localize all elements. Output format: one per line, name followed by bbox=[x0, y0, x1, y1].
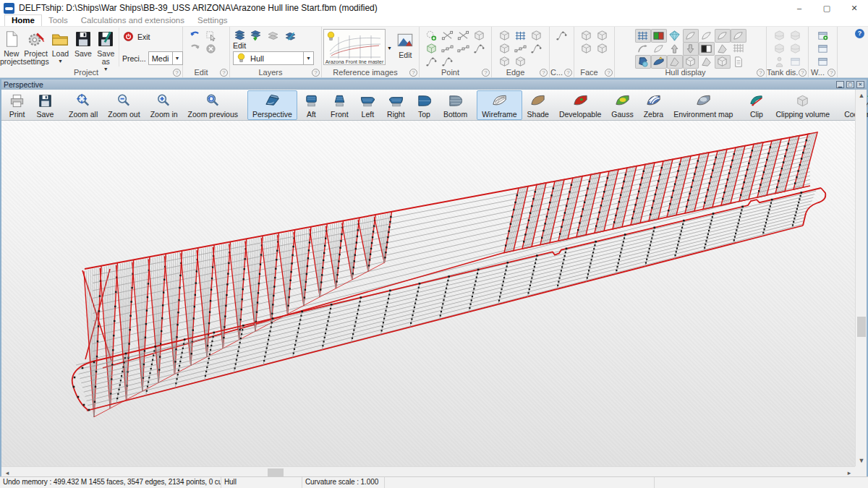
ribbon-hd-arrow-dn-button[interactable] bbox=[683, 42, 699, 56]
ribbon-group-edit-help-icon[interactable]: ? bbox=[220, 69, 228, 77]
ribbon-hd-shell1-button[interactable] bbox=[683, 29, 699, 43]
ribbon-select-button[interactable] bbox=[203, 29, 218, 43]
ribbon-point-insert-button[interactable] bbox=[424, 42, 440, 56]
hull-wireframe-canvas[interactable] bbox=[1, 121, 855, 466]
ribbon-new-project-button[interactable]: New project bbox=[0, 27, 23, 67]
toolbar-zoom-all-button[interactable]: Zoom all bbox=[64, 90, 103, 120]
ribbon-hd-wedge2-button[interactable] bbox=[667, 55, 683, 69]
ribbon-win-new-button[interactable] bbox=[815, 29, 831, 43]
ribbon-redo-button[interactable] bbox=[187, 42, 203, 56]
toolbar-save-button[interactable]: Save bbox=[31, 90, 59, 120]
precision-dropdown[interactable]: Medi▼ bbox=[148, 51, 183, 65]
scroll-down-icon[interactable]: ▼ bbox=[856, 455, 867, 466]
ribbon-hd-shell5-button[interactable] bbox=[651, 42, 667, 56]
ribbon-layer-add-button[interactable] bbox=[247, 29, 263, 43]
ribbon-layer-gray-button[interactable] bbox=[265, 29, 281, 43]
ribbon-edge-collapse-button[interactable] bbox=[513, 55, 529, 69]
toolbar-print-button[interactable]: Print bbox=[3, 90, 31, 120]
ribbon-edge-crease-button[interactable] bbox=[513, 29, 529, 43]
toolbar-zoom-previous-button[interactable]: Zoom previous bbox=[183, 90, 243, 120]
vertical-scrollbar[interactable]: ▲ ▼ bbox=[855, 90, 867, 466]
ribbon-edge-curve-button[interactable] bbox=[529, 42, 545, 56]
dropdown-arrow-icon[interactable]: ▼ bbox=[58, 59, 63, 64]
ribbon-group-layers-help-icon[interactable]: ? bbox=[312, 69, 320, 77]
ribbon-point-chain-button[interactable] bbox=[456, 42, 472, 56]
ribbon-hd-cube-button[interactable] bbox=[683, 55, 699, 69]
ribbon-group-project-help-icon[interactable]: ? bbox=[173, 69, 181, 77]
toolbar-aft-button[interactable]: Aft bbox=[297, 90, 326, 120]
toolbar-bottom-button[interactable]: Bottom bbox=[438, 90, 472, 120]
ribbon-hd-grid-button[interactable] bbox=[731, 42, 746, 56]
viewport-close-icon[interactable]: ✕ bbox=[856, 81, 864, 88]
menu-tab-tools[interactable]: Tools bbox=[42, 15, 75, 26]
ribbon-group-hull-display-help-icon[interactable]: ? bbox=[757, 69, 765, 77]
menu-tab-settings[interactable]: Settings bbox=[191, 15, 234, 26]
reference-edit-button[interactable]: Edit bbox=[393, 29, 417, 59]
ribbon-win-cascade-button[interactable] bbox=[815, 55, 831, 69]
toolbar-left-button[interactable]: Left bbox=[354, 90, 382, 120]
ribbon-point-add-button[interactable] bbox=[424, 29, 440, 43]
ribbon-project-settings-button[interactable]: Project settings bbox=[23, 27, 49, 67]
ribbon-face-new-button[interactable] bbox=[579, 29, 595, 43]
ribbon-edge-box-button[interactable] bbox=[529, 29, 545, 43]
ribbon-hd-flags-button[interactable] bbox=[651, 29, 667, 43]
ribbon-tank-4-button[interactable] bbox=[788, 42, 804, 56]
ribbon-save-button[interactable]: Save bbox=[72, 27, 94, 67]
toolbar-clipping-volume-button[interactable]: Clipping volume bbox=[770, 90, 835, 120]
ribbon-undo-button[interactable] bbox=[187, 29, 203, 43]
toolbar-wireframe-button[interactable]: Wireframe bbox=[477, 90, 522, 120]
scroll-up-icon[interactable]: ▲ bbox=[856, 90, 867, 101]
ribbon-tank-5-button[interactable] bbox=[772, 55, 788, 69]
ribbon-hd-shell3-button[interactable] bbox=[715, 29, 731, 43]
ribbon-hd-arc-button[interactable] bbox=[635, 42, 651, 56]
ribbon-hd-wedge1-button[interactable] bbox=[715, 42, 731, 56]
ribbon-hd-shape-button[interactable] bbox=[699, 55, 715, 69]
ribbon-point-ring1-button[interactable] bbox=[472, 42, 488, 56]
reference-dropdown-arrow-icon[interactable]: ▼ bbox=[386, 46, 393, 51]
ribbon-group-curve-help-icon[interactable]: ? bbox=[564, 69, 572, 77]
ribbon-exit-button[interactable]: Exit bbox=[122, 30, 179, 43]
toolbar-right-button[interactable]: Right bbox=[382, 90, 410, 120]
ribbon-delete-button[interactable] bbox=[203, 42, 218, 56]
ribbon-layers-edit-button[interactable]: Edit bbox=[233, 29, 246, 50]
active-layer-dropdown[interactable]: Hull▼ bbox=[233, 51, 314, 65]
ribbon-hd-control-net-button[interactable] bbox=[635, 29, 651, 43]
ribbon-point-project-button[interactable] bbox=[456, 29, 472, 43]
ribbon-point-ring2-button[interactable] bbox=[424, 55, 440, 69]
toolbar-zoom-in-button[interactable]: Zoom in bbox=[145, 90, 183, 120]
minimize-button[interactable]: – bbox=[786, 0, 813, 16]
ribbon-tank-2-button[interactable] bbox=[788, 29, 804, 43]
toolbar-shade-button[interactable]: Shade bbox=[522, 90, 554, 120]
toolbar-top-button[interactable]: Top bbox=[410, 90, 438, 120]
ribbon-point-cube-button[interactable] bbox=[472, 29, 488, 43]
ribbon-face-invert-button[interactable] bbox=[595, 29, 610, 43]
ribbon-group-reference-images-help-icon[interactable]: ? bbox=[409, 69, 417, 77]
ribbon-hd-drop-button[interactable] bbox=[635, 55, 651, 69]
ribbon-curve-fair-button[interactable] bbox=[554, 29, 570, 43]
ribbon-group-window-help-icon[interactable]: ? bbox=[827, 69, 835, 77]
ribbon-group-face-help-icon[interactable]: ? bbox=[605, 69, 613, 77]
toolbar-front-button[interactable]: Front bbox=[326, 90, 354, 120]
ribbon-edge-cube2-button[interactable] bbox=[497, 42, 513, 56]
toolbar-zoom-out-button[interactable]: Zoom out bbox=[103, 90, 145, 120]
toolbar-environment-map-button[interactable]: Environment map bbox=[668, 90, 738, 120]
ribbon-edge-extrude-button[interactable] bbox=[497, 29, 513, 43]
toolbar-zebra-button[interactable]: Zebra bbox=[639, 90, 668, 120]
close-button[interactable]: ✕ bbox=[841, 0, 868, 16]
ribbon-group-edge-help-icon[interactable]: ? bbox=[540, 69, 548, 77]
ribbon-face-cube-button[interactable] bbox=[579, 42, 595, 56]
ribbon-point-intersect-button[interactable] bbox=[440, 29, 456, 43]
vertical-scroll-thumb[interactable] bbox=[857, 317, 866, 337]
help-icon[interactable]: ? bbox=[855, 29, 864, 38]
ribbon-face-mirror-button[interactable] bbox=[595, 42, 610, 56]
ribbon-win-tile-button[interactable] bbox=[815, 42, 831, 56]
ribbon-tank-1-button[interactable] bbox=[772, 29, 788, 43]
maximize-button[interactable]: ▢ bbox=[813, 0, 841, 16]
ribbon-hd-cubes-button[interactable] bbox=[715, 55, 731, 69]
ribbon-tank-3-button[interactable] bbox=[772, 42, 788, 56]
viewport-maximize-icon[interactable]: ▢ bbox=[846, 81, 854, 88]
ribbon-group-tank-display-help-icon[interactable]: ? bbox=[799, 69, 807, 77]
ribbon-point-align-button[interactable] bbox=[440, 42, 456, 56]
ribbon-layer-pen-button[interactable] bbox=[282, 29, 298, 43]
ribbon-edge-split-button[interactable] bbox=[513, 42, 529, 56]
